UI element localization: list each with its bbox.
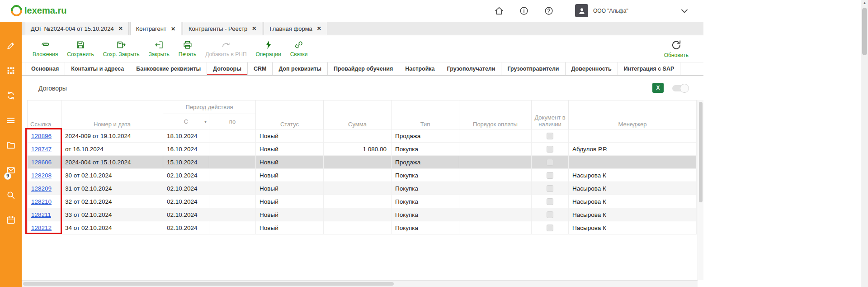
table-horizontal-scrollbar[interactable] <box>22 280 698 287</box>
doc-available-checkbox[interactable] <box>547 198 553 205</box>
table-vertical-scrollbar[interactable] <box>698 100 703 280</box>
doc-available-checkbox[interactable] <box>547 211 553 218</box>
close-icon[interactable]: ✕ <box>317 25 321 32</box>
scroll-up-arrow-icon[interactable]: ▲ <box>861 0 868 6</box>
form-tab[interactable]: Провайдер обучения <box>328 62 399 75</box>
form-tab-dogovory[interactable]: Договоры <box>207 62 248 75</box>
doc-available-checkbox[interactable] <box>547 133 553 139</box>
scrollbar-thumb[interactable] <box>862 8 867 55</box>
close-button[interactable]: Закрыть <box>149 40 170 57</box>
form-tab[interactable]: Контакты и адреса <box>65 62 130 75</box>
table-row[interactable]: 12821032 от 02.10.202402.10.2024НовыйПок… <box>28 195 697 208</box>
cell-payment <box>459 182 532 195</box>
window-tab[interactable]: Главная форма ✕ <box>264 22 327 35</box>
column-header-from[interactable]: С▾ <box>163 114 209 129</box>
scrollbar-thumb[interactable] <box>699 102 703 202</box>
table-row[interactable]: 12820931 от 02.10.202402.10.2024НовыйПок… <box>28 182 697 195</box>
visibility-toggle[interactable] <box>672 85 689 91</box>
window-tab[interactable]: Контрагенты - Реестр ✕ <box>183 22 262 35</box>
contracts-table: Ссылка Номер и дата Период действия Стат… <box>27 100 697 234</box>
sidebar-item-edit[interactable] <box>6 41 16 51</box>
doc-available-checkbox[interactable] <box>547 185 553 192</box>
scrollbar-thumb[interactable] <box>23 282 394 286</box>
form-tab[interactable]: Настройка <box>399 62 441 75</box>
column-header-to[interactable]: по <box>209 114 256 129</box>
sidebar-item-sync[interactable] <box>6 91 16 100</box>
cell-number: от 16.10.2024 <box>61 143 163 156</box>
table-row[interactable]: 1286062024-004 от 15.10.202415.10.2024Но… <box>28 156 697 169</box>
cell-to <box>209 129 256 143</box>
column-header-status[interactable]: Статус <box>256 100 324 129</box>
table-row[interactable]: 1288962024-009 от 19.10.202418.10.2024Но… <box>28 129 697 143</box>
form-tab[interactable]: Доверенность <box>566 62 618 75</box>
column-header-number[interactable]: Номер и дата <box>61 100 163 129</box>
cell-from: 02.10.2024 <box>163 208 209 221</box>
form-tab[interactable]: CRM <box>248 62 273 75</box>
help-icon[interactable] <box>544 6 554 16</box>
form-tab[interactable]: Доп реквизиты <box>273 62 328 75</box>
column-header-doc-available[interactable]: Документ в наличии <box>532 100 569 129</box>
doc-available-checkbox[interactable] <box>547 225 553 231</box>
form-tab[interactable]: Интеграция с SAP <box>618 62 681 75</box>
print-button[interactable]: Печать <box>179 40 196 57</box>
refresh-button[interactable]: Обновить <box>664 39 689 58</box>
close-icon[interactable]: ✕ <box>118 25 123 32</box>
contract-link[interactable]: 128210 <box>31 198 52 205</box>
doc-available-checkbox[interactable] <box>547 172 553 179</box>
save-button[interactable]: Сохранить <box>67 40 94 57</box>
sidebar-item-list[interactable] <box>6 115 16 125</box>
table-row[interactable]: 128747от 16.10.202416.10.2024Новый1 080.… <box>28 143 697 156</box>
sidebar-item-mail[interactable]: 9 <box>6 165 16 175</box>
sort-dropdown-icon[interactable]: ▾ <box>204 119 207 124</box>
save-close-button[interactable]: Сохр. Закрыть <box>103 40 140 57</box>
cell-payment <box>459 156 532 169</box>
cell-to <box>209 195 256 208</box>
chevron-down-icon[interactable] <box>679 5 690 16</box>
cell-type: Продажа <box>392 156 459 169</box>
column-header-link[interactable]: Ссылка <box>28 100 61 129</box>
close-icon[interactable]: ✕ <box>171 26 175 32</box>
sidebar-item-search[interactable] <box>6 190 16 200</box>
table-row[interactable]: 12821234 от 02.10.202402.10.2024НовыйПок… <box>28 221 697 234</box>
cell-sum <box>324 182 392 195</box>
window-tab-active[interactable]: Контрагент ✕ <box>130 22 181 35</box>
doc-available-checkbox[interactable] <box>547 146 553 153</box>
form-tab[interactable]: Грузополучатели <box>441 62 502 75</box>
cell-payment <box>459 195 532 208</box>
sidebar-item-calendar[interactable] <box>6 215 16 225</box>
form-tab[interactable]: Грузоотправители <box>501 62 565 75</box>
sidebar-item-apps[interactable] <box>6 66 16 76</box>
contract-link[interactable]: 128606 <box>31 159 52 166</box>
table-row[interactable]: 12820830 от 02.10.202402.10.2024НовыйПок… <box>28 169 697 182</box>
home-icon[interactable] <box>494 6 504 16</box>
window-tab[interactable]: ДОГ №2024-004 от 15.10.2024 ✕ <box>25 22 129 35</box>
sidebar-item-documents[interactable] <box>6 140 16 150</box>
contract-link[interactable]: 128747 <box>31 146 52 153</box>
excel-export-button[interactable]: X <box>652 83 664 93</box>
user-avatar[interactable] <box>575 4 588 17</box>
contract-link[interactable]: 128211 <box>31 211 51 218</box>
contract-link[interactable]: 128896 <box>31 133 52 139</box>
cell-status: Новый <box>256 195 324 208</box>
column-header-type[interactable]: Тип <box>392 100 459 129</box>
form-tab[interactable]: Банковские реквизиты <box>130 62 207 75</box>
operations-button[interactable]: Операции <box>256 40 281 57</box>
form-tab[interactable]: Основная <box>25 62 65 75</box>
info-icon[interactable] <box>519 6 529 16</box>
column-header-manager[interactable]: Менеджер <box>569 100 697 129</box>
contract-link[interactable]: 128208 <box>31 172 52 179</box>
attachments-button[interactable]: Вложения <box>33 40 58 57</box>
contract-link[interactable]: 128212 <box>31 225 52 231</box>
links-button[interactable]: Связки <box>290 40 308 57</box>
doc-available-checkbox[interactable] <box>547 159 553 166</box>
column-header-sum[interactable]: Сумма <box>324 100 392 129</box>
app-logo[interactable]: lexema.ru <box>11 5 66 16</box>
contract-link[interactable]: 128209 <box>31 185 52 192</box>
close-icon[interactable]: ✕ <box>252 25 256 32</box>
table-row[interactable]: 12821133 от 02.10.202402.10.2024НовыйПок… <box>28 208 697 221</box>
browser-scrollbar[interactable]: ▲ <box>861 0 868 287</box>
cell-number: 31 от 02.10.2024 <box>61 182 163 195</box>
cell-manager: Насырова К <box>569 169 697 182</box>
column-header-payment-order[interactable]: Порядок оплаты <box>459 100 532 129</box>
cell-number: 2024-004 от 15.10.2024 <box>61 156 163 169</box>
